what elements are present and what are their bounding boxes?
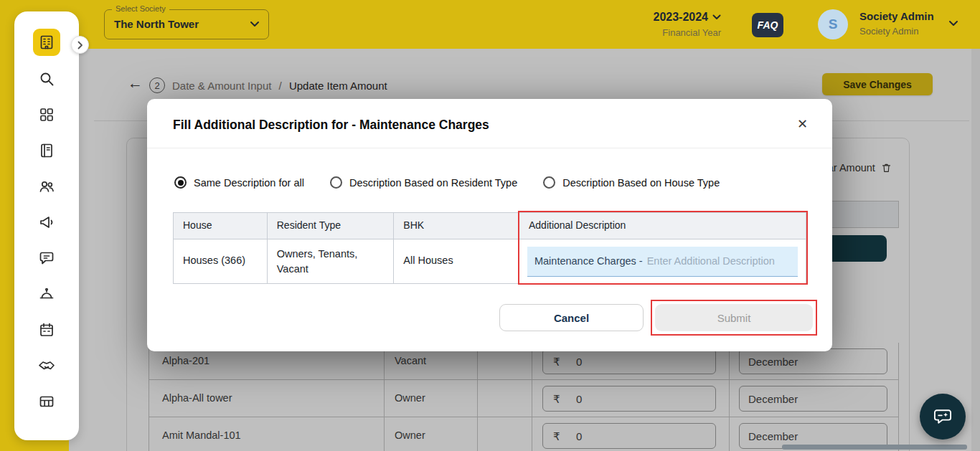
society-select-label: Select Society	[112, 4, 169, 13]
radio-icon	[330, 176, 342, 189]
chat-bubble-icon	[38, 250, 55, 267]
sidebar-item-search[interactable]	[33, 66, 60, 92]
description-mode-radios: Same Description for all Description Bas…	[174, 176, 745, 189]
sidebar-item-accounts[interactable]	[33, 389, 60, 414]
user-menu-chevron-icon[interactable]	[948, 20, 958, 27]
modal-table: House Resident Type BHK Additional Descr…	[173, 212, 806, 284]
radio-same-description[interactable]: Same Description for all	[174, 176, 304, 189]
radio-icon	[543, 176, 555, 189]
table-sheet-icon	[38, 393, 55, 410]
description-prefix: Maintenance Charges -	[534, 254, 643, 269]
chevron-down-icon	[712, 14, 721, 20]
chat-sparkle-icon	[932, 407, 953, 427]
header-house: House	[174, 213, 268, 239]
sidebar-item-society[interactable]	[33, 29, 60, 56]
radio-label: Description Based on Resident Type	[349, 177, 517, 189]
header-additional-description: Additional Description	[519, 213, 806, 239]
sidebar-expand-button[interactable]	[71, 36, 89, 54]
user-name: Society Admin	[859, 10, 934, 22]
sidebar-item-calendar[interactable]	[33, 317, 60, 343]
sidebar-item-chat[interactable]	[33, 245, 60, 271]
app-root: Select Society The North Tower 2023-2024…	[0, 0, 980, 451]
radio-label: Same Description for all	[194, 177, 304, 189]
sidebar-item-announcements[interactable]	[33, 209, 60, 235]
handshake-icon	[37, 357, 56, 374]
header-bhk: BHK	[394, 213, 519, 239]
financial-year-select[interactable]: 2023-2024 Financial Year	[617, 11, 721, 38]
close-icon[interactable]: ✕	[797, 116, 808, 132]
modal-table-row: Houses (366) Owners, Tenants, Vacant All…	[174, 239, 806, 283]
sidebar-item-handshake[interactable]	[33, 353, 60, 379]
additional-description-input[interactable]: Maintenance Charges - Enter Additional D…	[527, 247, 798, 277]
user-role: Society Admin	[859, 26, 918, 37]
chevron-down-icon	[250, 21, 260, 28]
sidebar-item-dashboard[interactable]	[33, 102, 60, 128]
sidebar	[14, 11, 79, 440]
avatar[interactable]: S	[818, 9, 848, 39]
calendar-icon	[38, 321, 55, 338]
radio-resident-type[interactable]: Description Based on Resident Type	[330, 176, 517, 189]
building-icon	[38, 34, 55, 51]
chat-fab-button[interactable]	[920, 394, 966, 440]
cancel-button[interactable]: Cancel	[499, 304, 644, 331]
society-select[interactable]: Select Society The North Tower	[104, 9, 269, 39]
search-icon	[38, 70, 55, 87]
service-bell-icon	[38, 285, 55, 303]
description-placeholder: Enter Additional Description	[647, 254, 775, 269]
dashboard-grid-icon	[38, 106, 55, 123]
additional-description-modal: Fill Additional Description for - Mainte…	[147, 99, 832, 351]
financial-year-caption: Financial Year	[617, 27, 721, 38]
people-icon	[38, 178, 55, 195]
sidebar-item-residents[interactable]	[33, 174, 60, 199]
radio-label: Description Based on House Type	[562, 177, 720, 189]
society-select-value: The North Tower	[114, 18, 199, 30]
faq-button[interactable]: FAQ	[752, 13, 783, 37]
radio-icon	[174, 176, 187, 189]
avatar-initial: S	[829, 16, 838, 32]
cell-house: Houses (366)	[174, 239, 268, 283]
radio-house-type[interactable]: Description Based on House Type	[543, 176, 720, 189]
sidebar-item-ledger[interactable]	[33, 138, 60, 163]
megaphone-icon	[38, 214, 55, 231]
ledger-book-icon	[38, 142, 55, 159]
cell-resident-type: Owners, Tenants, Vacant	[268, 239, 395, 283]
submit-button[interactable]: Submit	[655, 304, 813, 331]
modal-title: Fill Additional Description for - Mainte…	[173, 118, 489, 133]
cell-bhk: All Houses	[394, 239, 519, 283]
divider	[147, 148, 832, 148]
sidebar-item-services[interactable]	[33, 281, 60, 307]
header-resident-type: Resident Type	[268, 213, 395, 239]
financial-year-value: 2023-2024	[653, 11, 708, 24]
modal-table-header: House Resident Type BHK Additional Descr…	[174, 213, 806, 239]
cell-additional-description: Maintenance Charges - Enter Additional D…	[519, 239, 806, 283]
